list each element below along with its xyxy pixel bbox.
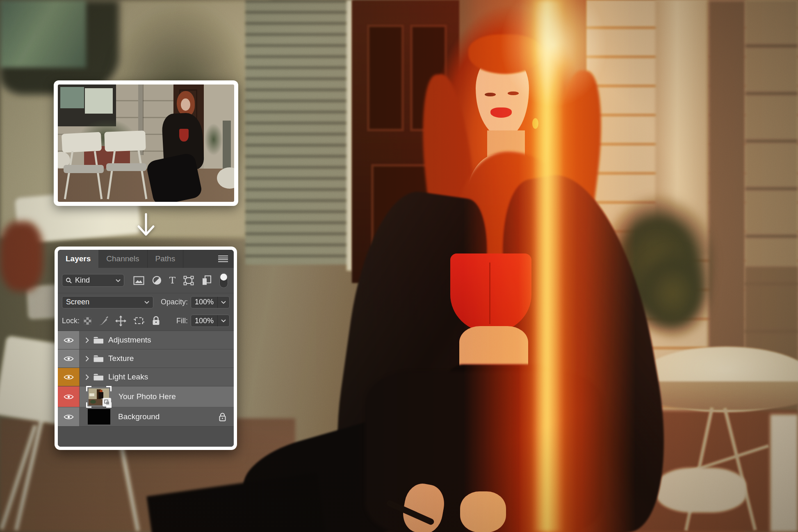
layer-filtering-toggle[interactable] [219, 273, 228, 288]
layer-row-body: Your Photo Here [80, 386, 234, 407]
layer-row-body: Texture [80, 349, 234, 368]
expand-chevron-icon[interactable] [85, 337, 89, 343]
blend-mode-dropdown[interactable]: Screen [62, 296, 153, 308]
visibility-cell-highlight-red[interactable] [58, 386, 80, 407]
expand-chevron-icon[interactable] [85, 374, 89, 380]
filter-type-icons: T [133, 273, 230, 288]
down-arrow-icon [137, 213, 155, 237]
eye-icon [64, 337, 74, 343]
layers-list: Adjustments [58, 331, 234, 427]
chair-cushion-shape [106, 163, 146, 171]
chevron-down-icon [221, 319, 226, 322]
fill-value: 100% [191, 317, 217, 325]
eye-icon [64, 374, 74, 380]
blend-mode-row: Screen Opacity: 100% [58, 293, 234, 311]
layer-row-adjustments[interactable]: Adjustments [58, 331, 234, 349]
eye-icon [64, 394, 74, 400]
tab-channels[interactable]: Channels [98, 250, 147, 268]
fill-dropdown-button[interactable] [217, 315, 229, 327]
smart-object-filter-icon[interactable] [202, 275, 212, 285]
chair-shape [104, 130, 146, 151]
visibility-cell[interactable] [58, 349, 80, 368]
tab-paths[interactable]: Paths [148, 250, 184, 268]
lock-image-pixels-icon[interactable] [98, 316, 108, 326]
screenshot-stage: Layers Channels Paths Kind [0, 0, 798, 532]
smart-object-thumbnail[interactable] [87, 388, 111, 406]
layers-panel-body: Layers Channels Paths Kind [58, 250, 234, 447]
opacity-dropdown-button[interactable] [217, 297, 229, 308]
chevron-down-icon [116, 279, 121, 282]
pixel-layer-filter-icon[interactable] [133, 276, 144, 285]
plant-shape [205, 123, 223, 155]
lock-row: Lock: [58, 311, 234, 331]
thumb-figure-shape [98, 392, 103, 399]
group-folder-icon [93, 336, 104, 344]
tab-layers[interactable]: Layers [58, 250, 98, 268]
opacity-value: 100% [191, 298, 217, 306]
visibility-cell[interactable] [58, 331, 80, 349]
layer-row-your-photo-here[interactable]: Your Photo Here [58, 386, 234, 407]
layers-panel: Layers Channels Paths Kind [55, 247, 237, 450]
layer-row-body: Adjustments [80, 331, 234, 349]
group-folder-icon [93, 355, 104, 362]
layer-row-background[interactable]: Background [58, 407, 234, 427]
lock-all-icon[interactable] [152, 316, 160, 326]
panel-menu-button[interactable] [218, 250, 234, 268]
before-photo-card [54, 80, 238, 206]
woman-face-shape [181, 98, 190, 111]
layer-row-texture[interactable]: Texture [58, 349, 234, 368]
selection-corner [86, 402, 91, 408]
layer-row-light-leaks[interactable]: Light Leaks [58, 368, 234, 386]
filter-kind-dropdown[interactable]: Kind [62, 274, 124, 287]
group-folder-icon [93, 373, 104, 381]
chevron-down-icon [144, 301, 149, 304]
panel-footer [58, 427, 234, 447]
chevron-down-icon [221, 301, 226, 304]
layer-filter-row: Kind T [58, 268, 234, 293]
toggle-ball [220, 274, 227, 281]
visibility-cell[interactable] [58, 407, 80, 426]
poster-shape [60, 87, 84, 108]
type-layer-filter-icon[interactable]: T [169, 276, 176, 285]
layer-row-body: Background [80, 407, 234, 426]
selection-corner [106, 386, 112, 391]
layer-locked-icon [219, 412, 226, 422]
thumb-chair-shape [89, 393, 94, 396]
layer-name: Your Photo Here [119, 392, 176, 401]
filter-kind-label: Kind [75, 276, 113, 285]
layer-row-body: Light Leaks [80, 368, 234, 386]
fill-label: Fill: [176, 317, 188, 325]
blend-mode-value: Screen [66, 298, 144, 306]
opacity-field[interactable]: 100% [191, 296, 230, 308]
chair-cushion-shape [64, 165, 104, 173]
red-top-shape [179, 129, 189, 142]
layer-name: Adjustments [108, 336, 151, 345]
lock-position-icon[interactable] [115, 315, 126, 327]
lock-transparent-pixels-icon[interactable] [84, 317, 91, 325]
chair-shape [62, 132, 102, 153]
layer-name: Light Leaks [108, 372, 148, 381]
panel-tabs-bar: Layers Channels Paths [58, 250, 234, 268]
visibility-cell-highlight-orange[interactable] [58, 368, 80, 386]
expand-chevron-icon[interactable] [85, 356, 89, 362]
lock-icons [84, 315, 160, 327]
smart-object-badge-icon [103, 398, 111, 406]
lock-label: Lock: [62, 317, 80, 325]
poster-shape [85, 88, 113, 114]
layer-name: Background [118, 412, 160, 421]
layer-name: Texture [108, 354, 134, 363]
before-photo-thumbnail [58, 84, 234, 202]
eye-icon [64, 356, 74, 362]
lock-artboard-icon[interactable] [133, 316, 145, 326]
pilaster-shape [223, 121, 231, 171]
fill-field[interactable]: 100% [191, 315, 230, 327]
background-layer-thumbnail[interactable] [88, 409, 110, 425]
selection-corner [86, 386, 91, 391]
opacity-label: Opacity: [161, 298, 188, 306]
shape-layer-filter-icon[interactable] [183, 276, 194, 285]
adjustment-layer-filter-icon[interactable] [152, 276, 162, 285]
eye-icon [64, 414, 74, 420]
search-icon [66, 277, 72, 284]
hamburger-menu-icon [218, 255, 228, 263]
